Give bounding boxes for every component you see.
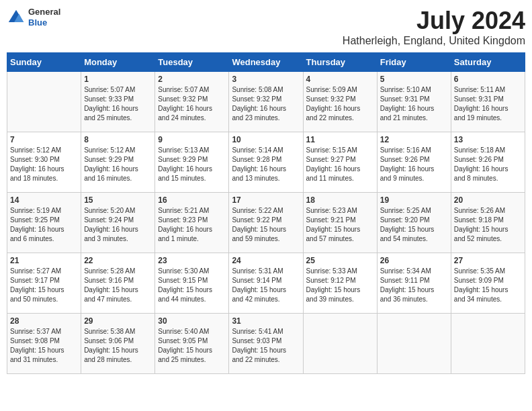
day-number: 9: [158, 135, 226, 144]
calendar-cell: 3Sunrise: 5:08 AM Sunset: 9:32 PM Daylig…: [229, 72, 303, 132]
calendar-week-5: 28Sunrise: 5:37 AM Sunset: 9:08 PM Dayli…: [7, 314, 525, 374]
header-cell-saturday: Saturday: [451, 53, 525, 72]
calendar-cell: 2Sunrise: 5:07 AM Sunset: 9:32 PM Daylig…: [155, 72, 229, 132]
day-info: Sunrise: 5:26 AM Sunset: 9:18 PM Dayligh…: [454, 206, 522, 244]
day-number: 30: [158, 316, 226, 326]
header-cell-wednesday: Wednesday: [229, 53, 303, 72]
calendar-cell: [451, 314, 525, 374]
calendar-cell: [7, 72, 81, 132]
day-number: 1: [84, 75, 152, 84]
main-title: July 2024: [343, 7, 525, 35]
calendar-cell: [303, 314, 377, 374]
calendar-cell: 16Sunrise: 5:21 AM Sunset: 9:23 PM Dayli…: [155, 193, 229, 253]
calendar-cell: 1Sunrise: 5:07 AM Sunset: 9:33 PM Daylig…: [81, 72, 155, 132]
subtitle: Hatherleigh, England, United Kingdom: [343, 35, 525, 47]
calendar-cell: 17Sunrise: 5:22 AM Sunset: 9:22 PM Dayli…: [229, 193, 303, 253]
day-info: Sunrise: 5:19 AM Sunset: 9:25 PM Dayligh…: [10, 206, 78, 244]
day-info: Sunrise: 5:14 AM Sunset: 9:28 PM Dayligh…: [232, 146, 300, 183]
day-number: 23: [158, 256, 226, 265]
calendar-cell: 18Sunrise: 5:23 AM Sunset: 9:21 PM Dayli…: [303, 193, 377, 253]
calendar-cell: 10Sunrise: 5:14 AM Sunset: 9:28 PM Dayli…: [229, 132, 303, 193]
day-info: Sunrise: 5:07 AM Sunset: 9:32 PM Dayligh…: [158, 85, 226, 123]
day-info: Sunrise: 5:12 AM Sunset: 9:30 PM Dayligh…: [10, 146, 78, 183]
calendar-cell: 27Sunrise: 5:35 AM Sunset: 9:09 PM Dayli…: [451, 253, 525, 314]
day-info: Sunrise: 5:40 AM Sunset: 9:05 PM Dayligh…: [158, 327, 226, 365]
day-number: 6: [454, 75, 522, 84]
day-number: 2: [158, 75, 226, 84]
day-number: 14: [10, 195, 78, 205]
day-info: Sunrise: 5:07 AM Sunset: 9:33 PM Dayligh…: [84, 85, 152, 123]
calendar-cell: 11Sunrise: 5:15 AM Sunset: 9:27 PM Dayli…: [303, 132, 377, 193]
calendar-cell: 13Sunrise: 5:18 AM Sunset: 9:26 PM Dayli…: [451, 132, 525, 193]
day-number: 8: [84, 135, 152, 144]
day-info: Sunrise: 5:25 AM Sunset: 9:20 PM Dayligh…: [380, 206, 448, 244]
day-info: Sunrise: 5:22 AM Sunset: 9:22 PM Dayligh…: [232, 206, 300, 244]
day-number: 15: [84, 195, 152, 205]
calendar-cell: 8Sunrise: 5:12 AM Sunset: 9:29 PM Daylig…: [81, 132, 155, 193]
day-number: 20: [454, 195, 522, 205]
calendar-cell: 22Sunrise: 5:28 AM Sunset: 9:16 PM Dayli…: [81, 253, 155, 314]
calendar-cell: 20Sunrise: 5:26 AM Sunset: 9:18 PM Dayli…: [451, 193, 525, 253]
day-info: Sunrise: 5:10 AM Sunset: 9:31 PM Dayligh…: [380, 85, 448, 123]
logo-text: General Blue: [28, 7, 60, 28]
day-number: 31: [232, 316, 300, 326]
calendar-cell: [377, 314, 451, 374]
day-number: 18: [306, 195, 374, 205]
day-number: 5: [380, 75, 448, 84]
day-number: 24: [232, 256, 300, 265]
day-info: Sunrise: 5:28 AM Sunset: 9:16 PM Dayligh…: [84, 267, 152, 304]
calendar-cell: 6Sunrise: 5:11 AM Sunset: 9:31 PM Daylig…: [451, 72, 525, 132]
calendar-cell: 4Sunrise: 5:09 AM Sunset: 9:32 PM Daylig…: [303, 72, 377, 132]
calendar-cell: 7Sunrise: 5:12 AM Sunset: 9:30 PM Daylig…: [7, 132, 81, 193]
page-header: General Blue July 2024 Hatherleigh, Engl…: [7, 7, 525, 47]
day-info: Sunrise: 5:20 AM Sunset: 9:24 PM Dayligh…: [84, 206, 152, 244]
day-info: Sunrise: 5:27 AM Sunset: 9:17 PM Dayligh…: [10, 267, 78, 304]
calendar-cell: 30Sunrise: 5:40 AM Sunset: 9:05 PM Dayli…: [155, 314, 229, 374]
day-info: Sunrise: 5:08 AM Sunset: 9:32 PM Dayligh…: [232, 85, 300, 123]
day-info: Sunrise: 5:41 AM Sunset: 9:03 PM Dayligh…: [232, 327, 300, 365]
header-cell-friday: Friday: [377, 53, 451, 72]
day-number: 19: [380, 195, 448, 205]
day-number: 7: [10, 135, 78, 144]
calendar-cell: 14Sunrise: 5:19 AM Sunset: 9:25 PM Dayli…: [7, 193, 81, 253]
day-number: 22: [84, 256, 152, 265]
day-info: Sunrise: 5:15 AM Sunset: 9:27 PM Dayligh…: [306, 146, 374, 183]
day-info: Sunrise: 5:31 AM Sunset: 9:14 PM Dayligh…: [232, 267, 300, 304]
header-cell-sunday: Sunday: [7, 53, 81, 72]
day-number: 26: [380, 256, 448, 265]
calendar-cell: 21Sunrise: 5:27 AM Sunset: 9:17 PM Dayli…: [7, 253, 81, 314]
day-info: Sunrise: 5:11 AM Sunset: 9:31 PM Dayligh…: [454, 85, 522, 123]
logo-icon: [7, 8, 26, 27]
calendar-header: SundayMondayTuesdayWednesdayThursdayFrid…: [7, 53, 525, 72]
calendar-week-3: 14Sunrise: 5:19 AM Sunset: 9:25 PM Dayli…: [7, 193, 525, 253]
header-cell-tuesday: Tuesday: [155, 53, 229, 72]
calendar-cell: 29Sunrise: 5:38 AM Sunset: 9:06 PM Dayli…: [81, 314, 155, 374]
day-number: 17: [232, 195, 300, 205]
calendar-cell: 15Sunrise: 5:20 AM Sunset: 9:24 PM Dayli…: [81, 193, 155, 253]
day-number: 29: [84, 316, 152, 326]
day-info: Sunrise: 5:38 AM Sunset: 9:06 PM Dayligh…: [84, 327, 152, 365]
day-number: 12: [380, 135, 448, 144]
day-info: Sunrise: 5:23 AM Sunset: 9:21 PM Dayligh…: [306, 206, 374, 244]
header-cell-monday: Monday: [81, 53, 155, 72]
day-info: Sunrise: 5:37 AM Sunset: 9:08 PM Dayligh…: [10, 327, 78, 365]
calendar-cell: 31Sunrise: 5:41 AM Sunset: 9:03 PM Dayli…: [229, 314, 303, 374]
day-info: Sunrise: 5:34 AM Sunset: 9:11 PM Dayligh…: [380, 267, 448, 304]
day-info: Sunrise: 5:13 AM Sunset: 9:29 PM Dayligh…: [158, 146, 226, 183]
header-cell-thursday: Thursday: [303, 53, 377, 72]
day-info: Sunrise: 5:35 AM Sunset: 9:09 PM Dayligh…: [454, 267, 522, 304]
day-number: 27: [454, 256, 522, 265]
calendar-week-4: 21Sunrise: 5:27 AM Sunset: 9:17 PM Dayli…: [7, 253, 525, 314]
day-number: 16: [158, 195, 226, 205]
calendar-body: 1Sunrise: 5:07 AM Sunset: 9:33 PM Daylig…: [7, 72, 525, 374]
calendar-cell: 24Sunrise: 5:31 AM Sunset: 9:14 PM Dayli…: [229, 253, 303, 314]
day-number: 21: [10, 256, 78, 265]
calendar-cell: 12Sunrise: 5:16 AM Sunset: 9:26 PM Dayli…: [377, 132, 451, 193]
header-row: SundayMondayTuesdayWednesdayThursdayFrid…: [7, 53, 525, 72]
calendar-week-2: 7Sunrise: 5:12 AM Sunset: 9:30 PM Daylig…: [7, 132, 525, 193]
logo: General Blue: [7, 7, 60, 28]
day-info: Sunrise: 5:33 AM Sunset: 9:12 PM Dayligh…: [306, 267, 374, 304]
title-section: July 2024 Hatherleigh, England, United K…: [343, 7, 525, 47]
calendar-cell: 19Sunrise: 5:25 AM Sunset: 9:20 PM Dayli…: [377, 193, 451, 253]
calendar-cell: 23Sunrise: 5:30 AM Sunset: 9:15 PM Dayli…: [155, 253, 229, 314]
